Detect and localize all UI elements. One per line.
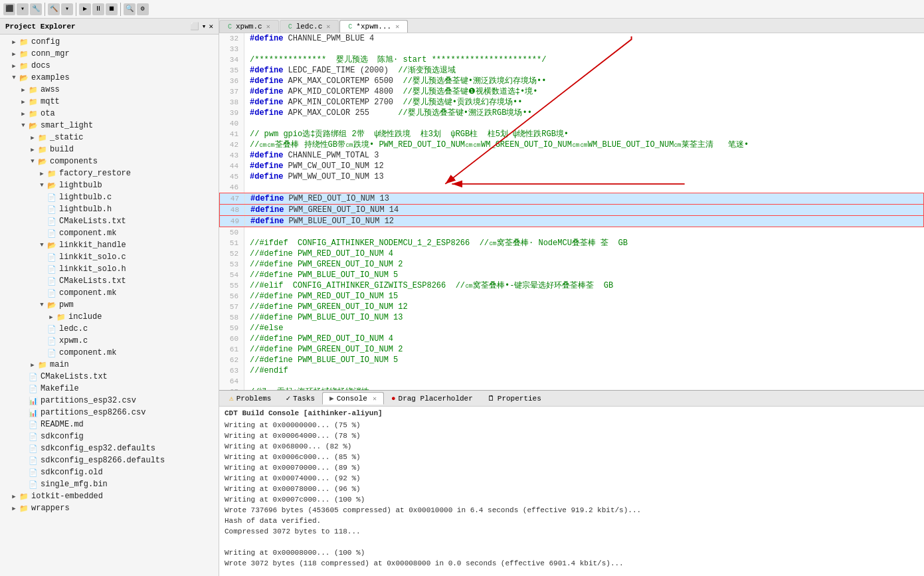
code-editor[interactable]: 32 #define CHANNLE_PWM_BLUE 4 33 34 /***… — [219, 33, 924, 390]
file-icon-sdkconfig-esp8266: 📄 — [28, 455, 39, 466]
tree-item-makefile[interactable]: 📄 Makefile — [0, 383, 219, 395]
toolbar-icon-2[interactable]: ▾ — [17, 3, 29, 15]
tree-toggle-pwm[interactable]: ▼ — [37, 302, 46, 308]
tree-toggle-build[interactable]: ▶ — [28, 146, 37, 153]
tree-toggle-awss[interactable]: ▶ — [19, 86, 28, 94]
line-num-50: 50 — [219, 227, 244, 238]
tab-xpwm-c-1[interactable]: C xpwm.c ✕ — [219, 20, 279, 33]
tree-item-sdkconfig-esp32[interactable]: 📄 sdkconfig_esp32.defaults — [0, 442, 219, 454]
code-line-53: 53 //#define PWM_GREEN_OUT_IO_NUM 2 — [219, 259, 924, 270]
tree-item-conn-mgr[interactable]: ▶ 📁 conn_mgr — [0, 48, 219, 60]
tree-item-lightbulb[interactable]: ▼ 📂 lightbulb — [0, 179, 219, 191]
toolbar-icon-9[interactable]: 🔍 — [124, 3, 136, 15]
tree-item-xpwm-c[interactable]: 📄 xpwm.c — [0, 335, 219, 347]
tree-item-cmakelists-root[interactable]: 📄 CMakeLists.txt — [0, 371, 219, 383]
tree-item-lightbulb-h[interactable]: 📄 lightbulb.h — [0, 203, 219, 215]
tree-item-readme[interactable]: 📄 README.md — [0, 419, 219, 431]
line-content-44: #define PWM_CW_OUT_IO_NUM 12 — [244, 161, 384, 171]
toolbar-icon-3[interactable]: 🔧 — [30, 3, 42, 15]
tree-item-main[interactable]: ▶ 📁 main — [0, 359, 219, 371]
tab-ledc-c[interactable]: C ledc.c ✕ — [280, 20, 339, 33]
line-content-48: #define PWM_GREEN_OUT_IO_NUM 14 — [245, 205, 399, 215]
tree-item-ota[interactable]: ▶ 📁 ota — [0, 108, 219, 120]
tree-toggle-conn-mgr[interactable]: ▶ — [9, 50, 19, 58]
tree-item-build[interactable]: ▶ 📁 build — [0, 144, 219, 155]
tree-toggle-iotkit-embedded[interactable]: ▶ — [9, 493, 19, 500]
tree-item-sdkconfig[interactable]: 📄 sdkconfig — [0, 431, 219, 442]
tree-item-cmakelists-lb[interactable]: 📄 CMakeLists.txt — [0, 215, 219, 227]
console-close-icon[interactable]: ✕ — [373, 395, 377, 403]
tree-toggle-include[interactable]: ▶ — [46, 314, 56, 321]
tree-item-linkkit-handle[interactable]: ▼ 📂 linkkit_handle — [0, 239, 219, 251]
tree-item-ledc-c[interactable]: 📄 ledc.c — [0, 323, 219, 335]
tree-item-wrappers[interactable]: ▶ 📁 wrappers — [0, 502, 219, 514]
toolbar-icon-8[interactable]: ⏹ — [106, 3, 118, 15]
panel-collapse-icon[interactable]: ⬜ — [190, 22, 199, 31]
tree-toggle-lightbulb[interactable]: ▼ — [37, 182, 46, 189]
tree-item-cmakelists-lk[interactable]: 📄 CMakeLists.txt — [0, 275, 219, 287]
tree-toggle-linkkit-handle[interactable]: ▼ — [37, 242, 46, 248]
drag-icon: ● — [391, 395, 396, 403]
code-line-48: 48 #define PWM_GREEN_OUT_IO_NUM 14 — [219, 205, 924, 215]
tree-item-linkkit-solo-h[interactable]: 📄 linkkit_solo.h — [0, 263, 219, 275]
tree-toggle-static[interactable]: ▶ — [28, 134, 37, 142]
tree-item-single-mfg[interactable]: 📄 single_mfg.bin — [0, 478, 219, 490]
tab-drag[interactable]: ● Drag Placerholder — [384, 393, 480, 405]
panel-close-icon[interactable]: ✕ — [209, 22, 213, 31]
tab-problems[interactable]: ⚠ Problems — [222, 392, 278, 405]
tab-properties[interactable]: 🗒 Properties — [480, 392, 549, 405]
toolbar-icon-5[interactable]: ▾ — [61, 3, 73, 15]
toolbar-icon-1[interactable]: ⬛ — [3, 3, 15, 15]
console-content[interactable]: CDT Build Console [aithinker-aliyun] Wri… — [219, 407, 924, 576]
tree-toggle-smart-light[interactable]: ▼ — [19, 122, 28, 129]
tree-toggle-main[interactable]: ▶ — [28, 361, 37, 369]
tree-item-lightbulb-c[interactable]: 📄 lightbulb.c — [0, 191, 219, 203]
tree-toggle-examples[interactable]: ▼ — [9, 74, 19, 81]
tree-item-sdkconfig-esp8266[interactable]: 📄 sdkconfig_esp8266.defaults — [0, 454, 219, 466]
tree-toggle-config[interactable]: ▶ — [9, 39, 19, 46]
tree-item-component-lk[interactable]: 📄 component.mk — [0, 287, 219, 299]
tab-close-xpwm-1[interactable]: ✕ — [266, 23, 270, 31]
tree-item-sdkconfig-old[interactable]: 📄 sdkconfig.old — [0, 466, 219, 478]
tab-console[interactable]: ▶ Console ✕ — [322, 392, 384, 405]
tree-item-component-pwm[interactable]: 📄 component.mk — [0, 347, 219, 359]
tree-item-config[interactable]: ▶ 📁 config — [0, 36, 219, 48]
toolbar-icon-7[interactable]: ⏸ — [92, 3, 104, 15]
tree-item-docs[interactable]: ▶ 📁 docs — [0, 60, 219, 72]
line-content-51: //#ifdef CONFIG_AITHINKER_NODEMCU_1_2_ES… — [244, 238, 628, 248]
tree-item-mqtt[interactable]: ▶ 📁 mqtt — [0, 96, 219, 108]
tree-toggle-ota[interactable]: ▶ — [19, 110, 28, 118]
tree-toggle-wrappers[interactable]: ▶ — [9, 505, 19, 512]
code-line-62: 62 //#define PWM_BLUE_OUT_IO_NUM 5 — [219, 355, 924, 365]
panel-menu-icon[interactable]: ▾ — [202, 22, 207, 31]
tree-item-pwm[interactable]: ▼ 📂 pwm — [0, 299, 219, 311]
tree-item-partitions-esp32[interactable]: 📊 partitions_esp32.csv — [0, 395, 219, 407]
tree-toggle-docs[interactable]: ▶ — [9, 62, 19, 70]
tree-item-include[interactable]: ▶ 📁 include — [0, 311, 219, 323]
toolbar-icon-10[interactable]: ⚙ — [137, 3, 149, 15]
tree-item-factory-restore[interactable]: ▶ 📁 factory_restore — [0, 167, 219, 179]
tree-item-smart-light[interactable]: ▼ 📂 smart_light — [0, 120, 219, 132]
toolbar-icon-4[interactable]: 🔨 — [48, 3, 60, 15]
tree-item-awss[interactable]: ▶ 📁 awss — [0, 84, 219, 96]
tree-item-iotkit-embedded[interactable]: ▶ 📁 iotkit-embedded — [0, 490, 219, 502]
tab-tasks[interactable]: ✓ Tasks — [278, 392, 322, 405]
line-content-50 — [244, 227, 250, 238]
file-tree[interactable]: ▶ 📁 config ▶ 📁 conn_mgr ▶ 📁 docs ▼ 📂 exa… — [0, 35, 219, 576]
tree-item-linkkit-solo-c[interactable]: 📄 linkkit_solo.c — [0, 251, 219, 263]
toolbar-icon-6[interactable]: ▶ — [79, 3, 91, 15]
line-content-62: //#define PWM_BLUE_OUT_IO_NUM 5 — [244, 355, 398, 365]
tree-toggle-components[interactable]: ▼ — [28, 158, 37, 165]
tab-close-ledc[interactable]: ✕ — [326, 23, 330, 31]
tab-xpwm-active[interactable]: C *xpwm... ✕ — [339, 20, 408, 33]
tree-toggle-mqtt[interactable]: ▶ — [19, 98, 28, 106]
code-line-42: 42 //㎝㎝荃叠棒 持绕性GB带㎝跌境• PWM_RED_OUT_IO_NUM… — [219, 140, 924, 150]
tree-item-component-lb[interactable]: 📄 component.mk — [0, 227, 219, 239]
tree-label-static: _static — [50, 133, 83, 142]
tree-item-examples[interactable]: ▼ 📂 examples — [0, 72, 219, 84]
tree-item-static[interactable]: ▶ 📁 _static — [0, 132, 219, 144]
tree-item-partitions-esp8266[interactable]: 📊 partitions_esp8266.csv — [0, 407, 219, 419]
tree-item-components[interactable]: ▼ 📂 components — [0, 155, 219, 167]
tree-toggle-factory-restore[interactable]: ▶ — [37, 170, 46, 177]
tab-close-xpwm-active[interactable]: ✕ — [395, 23, 399, 31]
